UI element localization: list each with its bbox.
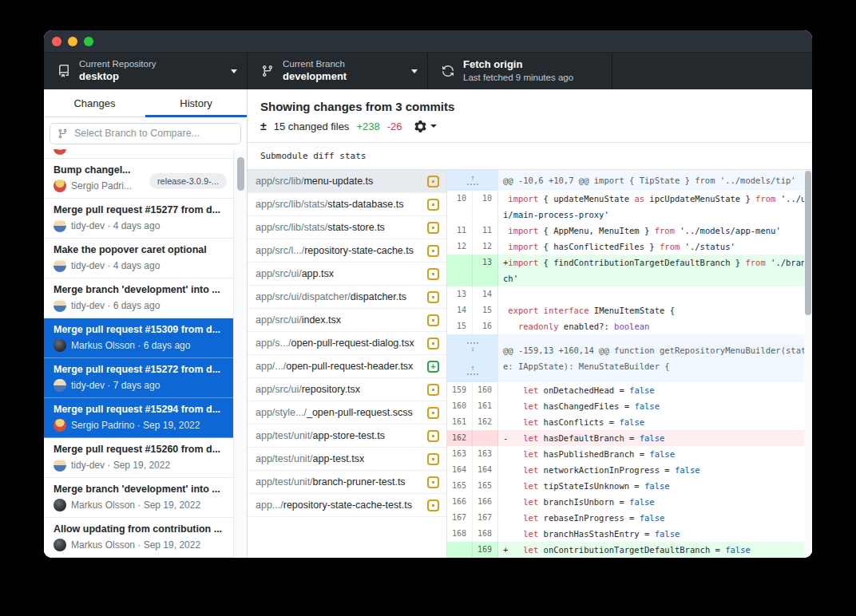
code-token: export [508,306,538,315]
file-row[interactable]: app/src/ui/app.tsx [248,263,446,286]
new-line-number: 162 [473,414,498,430]
file-row[interactable]: app/src/lib/stats/stats-database.ts [248,193,446,216]
file-name: repository-state-cache-test.ts [283,500,412,511]
tab-history[interactable]: History [145,89,247,116]
code-token: branchIsUnborn = [538,497,629,507]
commit-item[interactable]: Merge pull request #15309 from d...Marku… [44,318,233,358]
file-name: stats-database.ts [327,199,403,210]
new-line-number: 14 [473,286,498,302]
expand-up-hunk-button[interactable]: ↑ [447,170,498,191]
commit-item[interactable]: Merge pull request #15277 from d...tidy-… [44,199,233,239]
current-repository-button[interactable]: Current Repository desktop [44,53,248,89]
file-row[interactable]: app/.../open-pull-request-header.tsx [248,355,446,378]
new-line-number: 160 [473,382,498,398]
commit-item[interactable]: Merge branch 'development' into ...Marku… [44,478,233,518]
commit-item[interactable]: Merge pull request #15294 from d...Sergi… [44,398,233,438]
file-row[interactable]: app/src/lib/menu-update.ts [248,170,446,193]
old-line-number: 10 [447,191,473,223]
diff-line-ctx: 159160 let onDetachedHead = false [447,382,812,398]
diff-line-code: let rebaseInProgress = false [498,510,812,526]
old-line-number: 162 [447,430,473,446]
fetch-origin-sublabel: Last fetched 9 minutes ago [463,72,573,84]
code-token: let [523,449,538,459]
file-dir: app/test/unit/ [256,430,313,441]
file-row[interactable]: app/s.../open-pull-request-dialog.tsx [248,332,446,355]
file-row[interactable]: app/test/unit/branch-pruner-test.ts [248,471,446,494]
commit-meta: Markus Olsson · Sep 19, 2022 [54,499,227,511]
code-token: let [523,497,538,507]
old-line-number: 163 [447,446,473,462]
expand-down-hunk-button[interactable]: ↓ [447,334,498,358]
diff-scrollbar[interactable] [804,170,812,558]
file-row[interactable]: app/style.../_open-pull-request.scss [248,401,446,424]
code-token [503,322,518,331]
diff-line-code: let hasConflicts = false [498,414,812,430]
code-token: false [640,513,665,523]
scrollbar-thumb[interactable] [237,157,244,191]
code-token: import [508,258,538,267]
code-token: let [523,529,538,539]
avatar [54,459,66,472]
code-token: let [523,545,538,555]
commit-item[interactable]: Merge branch 'development' into ...tidy-… [44,278,233,318]
file-row[interactable]: app/src/ui/index.tsx [248,309,446,332]
window-titlebar[interactable] [44,30,812,53]
commit-author-date: tidy-dev · 7 days ago [71,380,160,391]
code-token: { updateMenuState [538,194,634,203]
new-line-number [473,430,498,446]
file-row[interactable]: app.../repository-state-cache-test.ts [248,494,446,517]
file-row[interactable]: app/src/lib/stats/stats-store.ts [248,216,446,239]
file-path: app/src/lib/menu-update.ts [256,176,422,187]
minimize-window-button[interactable] [68,37,77,46]
file-row[interactable]: app/test/unit/app-test.tsx [248,448,446,471]
file-dir: app/style.../ [256,407,307,418]
commit-item[interactable]: Bump changel...Sergio Padri...release-3.… [44,159,233,199]
code-token: interface [544,306,589,315]
code-token: false [655,529,680,539]
file-status-added-icon [427,361,439,373]
zoom-window-button[interactable] [84,37,93,46]
commit-author-date: tidy-dev · 4 days ago [71,220,160,231]
file-row[interactable]: app/src/ui/dispatcher/dispatcher.ts [248,286,446,309]
file-row[interactable]: app/src/l.../repository-state-cache.ts [248,239,446,263]
fetch-origin-button[interactable]: Fetch origin Last fetched 9 minutes ago [428,53,612,89]
commit-item[interactable]: Merge pull request #15260 from d...tidy-… [44,438,233,478]
commit-title: Merge branch 'development' into ... [54,484,227,495]
commit-list-scrollbar[interactable] [233,149,247,558]
commit-title: Allow updating from contribution ... [54,523,227,535]
commit-item[interactable]: Make the popover caret optionaltidy-dev … [44,239,233,278]
diff-options-button[interactable] [414,120,437,132]
commit-item-body: Merge pull request #15294 from d...Sergi… [54,404,227,437]
diff-line-add: 13+import { findContributionTargetDefaul… [447,255,812,286]
commit-item-body: Merge pull request #15260 from d...tidy-… [54,444,227,477]
code-token: ipcUpdateMenuState } [644,194,755,203]
close-window-button[interactable] [52,37,61,46]
code-token: from [660,242,680,251]
code-token: rebaseInProgress = [538,513,639,523]
old-line-number: 12 [447,239,473,255]
compare-branch-input[interactable]: Select Branch to Compare... [50,123,241,144]
commit-item[interactable]: Merge pull request #15272 from d...tidy-… [44,358,233,398]
current-branch-button[interactable]: Current Branch development [248,53,428,89]
commit-item-body: Bump changel...Sergio Padri... [54,164,145,198]
diff-line-code [498,286,812,302]
scrollbar-thumb[interactable] [805,171,811,315]
commit-item[interactable]: Allow updating from contribution ...Mark… [44,518,233,558]
diff-line-ctx: 163163 let hasPublishedBranch = false [447,446,812,462]
diff-line-code: let hasChangedFiles = false [498,398,812,414]
file-path: app/test/unit/app-test.tsx [256,453,422,464]
code-token: let [523,481,538,491]
file-dir: app/.../ [256,361,286,372]
commit-item[interactable] [44,149,233,159]
file-row[interactable]: app/src/ui/repository.tsx [248,378,446,401]
expand-up-hunk-button[interactable]: ↑ [447,358,498,382]
tab-changes[interactable]: Changes [44,89,145,116]
file-row[interactable]: app/test/unit/app-store-test.ts [248,424,446,448]
file-name: stats-store.ts [327,222,385,233]
diff-line-ctx: 1010 import { updateMenuState as ipcUpda… [447,191,812,223]
code-token: + [503,545,523,555]
avatar [54,419,66,432]
commit-item-body: Merge branch 'development' into ...Marku… [54,484,227,517]
file-name: _open-pull-request.scss [307,407,413,418]
diff-line-ctx: 1314 [447,286,812,302]
